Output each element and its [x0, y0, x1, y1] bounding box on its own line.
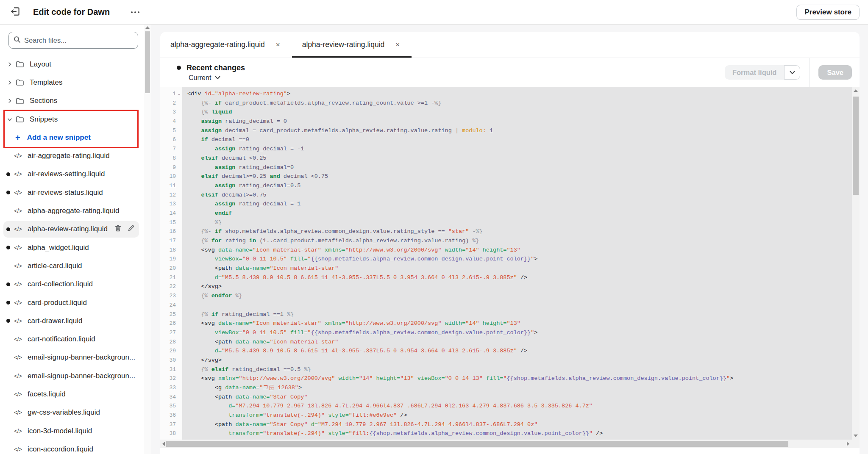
sidebar-item-alpha-aggregate-rating-liquid[interactable]: </>alpha-aggregate-rating.liquid [0, 202, 144, 220]
tab-alpha-aggregate-rating[interactable]: alpha-aggregate-rating.liquid × [160, 32, 292, 58]
exit-editor-button[interactable] [8, 5, 23, 19]
code-line[interactable]: assign rating_decimal=0 [187, 163, 860, 172]
code-line[interactable]: {%- if card_product.metafields.alpha_rev… [187, 99, 860, 108]
code-line[interactable]: {% if rating_decimal ==1 %} [187, 310, 860, 319]
code-line[interactable]: %} [187, 218, 860, 227]
code-line[interactable]: endif [187, 209, 860, 218]
code-file-icon: </> [14, 299, 27, 306]
sidebar-item-templates[interactable]: Templates [0, 73, 144, 91]
scroll-down-arrow-icon[interactable] [854, 435, 858, 437]
code-line[interactable]: if decimal ==0 [187, 135, 860, 144]
tab-bar: alpha-aggregate-rating.liquid × alpha-re… [160, 32, 860, 58]
scroll-right-arrow-icon[interactable] [847, 442, 849, 446]
delete-file-icon[interactable] [114, 224, 122, 234]
code-line[interactable]: </svg> [187, 282, 860, 291]
version-label: Current [189, 74, 211, 82]
line-number: 38 [160, 429, 182, 438]
sidebar-item-snippets[interactable]: Snippets [0, 110, 144, 128]
code-line[interactable]: assign rating_decimal=0.5 [187, 181, 860, 191]
sidebar-item-icon-accordion-liquid[interactable]: </>icon-accordion.liquid [0, 440, 144, 454]
sidebar-item-sections[interactable]: Sections [0, 92, 144, 110]
code-line[interactable]: <path data-name="Star Copy" d="M7.294 10… [187, 420, 860, 429]
sidebar-item-email-signup-banner-backgroun[interactable]: </>email-signup-banner-backgroun... [0, 367, 144, 385]
search-input[interactable] [24, 36, 134, 44]
vertical-scrollbar-thumb[interactable] [853, 97, 859, 195]
sidebar-item-icon-3d-model-liquid[interactable]: </>icon-3d-model.liquid [0, 422, 144, 440]
scroll-up-arrow-icon[interactable] [145, 26, 150, 29]
code-line[interactable]: <svg data-name="Icon material-star" xmln… [187, 246, 860, 255]
scroll-up-arrow-icon[interactable] [854, 89, 858, 92]
code-line[interactable]: elsif decimal>=0.75 [187, 191, 860, 200]
code-line[interactable]: {% liquid [187, 108, 860, 117]
line-number: 26 [160, 319, 182, 328]
sidebar-item-card-collection-liquid[interactable]: </>card-collection.liquid [0, 275, 144, 293]
version-selector[interactable]: Current [189, 74, 245, 82]
sidebar-item-article-card-liquid[interactable]: </>article-card.liquid [0, 257, 144, 275]
chevron-right-icon [7, 98, 13, 104]
overflow-menu-button[interactable] [128, 9, 142, 16]
format-liquid-button[interactable]: Format liquid [725, 65, 785, 80]
code-line[interactable]: <div id="alpha-review-rating"> [187, 89, 860, 99]
code-line[interactable]: <svg xmlns="http://www.w3.org/2000/svg" … [187, 374, 860, 383]
sidebar-item-cart-drawer-liquid[interactable]: </>cart-drawer.liquid [0, 312, 144, 330]
rename-file-icon[interactable] [128, 224, 135, 234]
scroll-left-arrow-icon[interactable] [162, 442, 165, 446]
code-content[interactable]: <div id="alpha-review-rating"> {%- if ca… [182, 87, 860, 440]
sidebar-item-add-a-new-snippet[interactable]: +Add a new snippet [0, 128, 144, 147]
code-line[interactable]: viewBox="0 0 11 10.5" fill="{{shop.metaf… [187, 328, 860, 338]
sidebar-item-air-reviews-setting-liquid[interactable]: </>air-reviews-setting.liquid [0, 165, 144, 183]
code-line[interactable]: <g data-name="그룹 12638"> [187, 383, 860, 393]
editor-vertical-scrollbar[interactable] [852, 87, 860, 440]
close-tab-icon[interactable]: × [394, 40, 401, 49]
code-line[interactable]: d="M5.5 8.439 8.9 10.5 8 6.615 11 4l-3.9… [187, 346, 860, 356]
horizontal-scrollbar-thumb[interactable] [166, 441, 788, 447]
code-line[interactable]: <path data-name="Icon material-star" [187, 338, 860, 347]
sidebar-item-alpha-review-rating-liquid[interactable]: </>alpha-review-rating.liquid [0, 220, 144, 238]
sidebar-item-facets-liquid[interactable]: </>facets.liquid [0, 385, 144, 403]
code-line[interactable]: transform="translate(-.294)" style="fill… [187, 429, 860, 438]
line-number: 8 [160, 154, 182, 163]
save-button[interactable]: Save [818, 65, 852, 80]
folder-label: Templates [30, 78, 62, 87]
code-line[interactable]: d="M7.294 10.779 2.967 13l.826-4.7L.294 … [187, 401, 860, 411]
code-line[interactable]: assign rating_decimal = 1 [187, 199, 860, 209]
code-line[interactable]: elsif decimal <0.25 [187, 154, 860, 163]
sidebar-item-gw-css-variables-liquid[interactable]: </>gw-css-variables.liquid [0, 404, 144, 422]
line-number: 30 [160, 356, 182, 365]
code-line[interactable]: assign decimal = card_product.metafields… [187, 126, 860, 136]
sidebar-item-alpha-widget-liquid[interactable]: </>alpha_widget.liquid [0, 238, 144, 257]
modified-dot-icon [6, 246, 10, 249]
sidebar-item-layout[interactable]: Layout [0, 55, 144, 73]
sidebar-item-email-signup-banner-backgroun[interactable]: </>email-signup-banner-backgroun... [0, 349, 144, 367]
code-line[interactable]: <path data-name="Star Copy" [187, 393, 860, 402]
code-line[interactable]: viewBox="0 0 11 10.5" fill="{{shop.metaf… [187, 255, 860, 264]
code-line[interactable]: transform="translate(-.294)" style="fill… [187, 411, 860, 420]
code-line[interactable]: {% elsif rating_decimal ==0.5 %} [187, 365, 860, 374]
code-line[interactable]: {% endfor %} [187, 291, 860, 301]
preview-store-button[interactable]: Preview store [796, 5, 860, 20]
code-line[interactable] [187, 301, 860, 310]
code-line[interactable]: <path data-name="Icon material-star" [187, 264, 860, 273]
code-line[interactable]: <svg data-name="Icon material-star" xmln… [187, 319, 860, 328]
code-line[interactable]: assign rating_decimal = -1 [187, 144, 860, 154]
sidebar-scrollbar-thumb[interactable] [145, 31, 150, 93]
tab-alpha-review-rating[interactable]: alpha-review-rating.liquid × [292, 32, 412, 58]
line-number: 37 [160, 420, 182, 429]
format-liquid-dropdown[interactable] [784, 65, 800, 80]
code-line[interactable]: d="M5.5 8.439 8.9 10.5 8 6.615 11 4l-3.9… [187, 273, 860, 282]
sidebar-scrollbar[interactable] [144, 25, 151, 454]
code-line[interactable]: {%- if shop.metafields.alpha_review.comm… [187, 227, 860, 236]
code-editor[interactable]: 1⌄23456789101112131415161718192021222324… [160, 87, 860, 440]
editor-horizontal-scrollbar[interactable] [160, 440, 860, 448]
sidebar-item-air-aggregate-rating-liquid[interactable]: </>air-aggregate-rating.liquid [0, 147, 144, 165]
sidebar-item-air-reviews-status-liquid[interactable]: </>air-reviews-status.liquid [0, 183, 144, 202]
chevron-down-icon [790, 71, 795, 75]
code-line[interactable]: assign rating_decimal = 0 [187, 117, 860, 126]
close-tab-icon[interactable]: × [274, 40, 282, 49]
sidebar-item-cart-notification-liquid[interactable]: </>cart-notification.liquid [0, 330, 144, 348]
sidebar-item-card-product-liquid[interactable]: </>card-product.liquid [0, 293, 144, 312]
code-line[interactable]: elsif decimal>=0.25 and decimal <0.75 [187, 172, 860, 181]
file-label: gw-css-variables.liquid [28, 408, 100, 417]
code-line[interactable]: {% for rating in (1..card_product.metafi… [187, 236, 860, 246]
code-line[interactable]: </svg> [187, 356, 860, 365]
